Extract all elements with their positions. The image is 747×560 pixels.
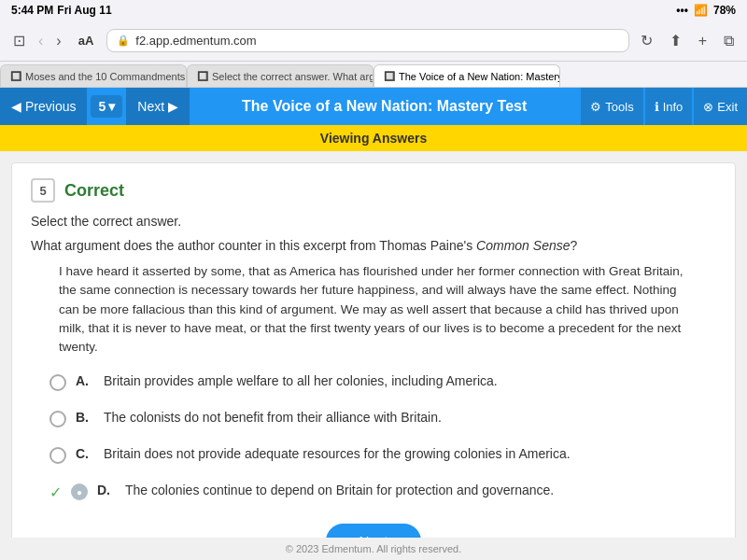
exit-label: Exit — [717, 100, 738, 114]
status-time: 5:44 PM Fri Aug 11 — [11, 4, 112, 17]
url-text: f2.app.edmentum.com — [135, 34, 256, 48]
browser-bar: ⊡ ‹ › aA 🔒 f2.app.edmentum.com ↻ ⬆ + ⧉ — [0, 21, 747, 62]
new-tab-button[interactable]: + — [695, 31, 711, 51]
forward-button[interactable]: › — [52, 31, 64, 51]
hint-icon: ● — [71, 483, 88, 500]
tab-favicon-3: 🔲 — [384, 71, 395, 81]
previous-button[interactable]: ◀ Previous — [0, 88, 87, 125]
radio-c[interactable] — [49, 447, 66, 464]
question-num: 5 — [98, 99, 106, 114]
tab-label-3: The Voice of a New Nation: Mastery Test — [399, 71, 560, 82]
option-b-label: B. — [76, 410, 94, 425]
answer-options: A. Britain provides ample welfare to all… — [49, 370, 698, 505]
browser-tabs: 🔲 Moses and the 10 Commandments 🔲 Select… — [0, 62, 747, 88]
question-text-before: What argument does the author counter in… — [31, 238, 476, 253]
share-button[interactable]: ⬆ — [666, 30, 685, 51]
question-selector[interactable]: 5 ▾ — [91, 95, 122, 118]
question-number: 5 — [31, 178, 55, 203]
info-label: Info — [663, 100, 684, 114]
wifi-icon: 📶 — [694, 4, 708, 17]
sidebar-toggle-button[interactable]: ⊡ — [9, 30, 29, 51]
option-c-text: Britain does not provide adequate resour… — [104, 446, 571, 461]
tools-label: Tools — [605, 100, 633, 114]
main-content: 5 Correct Select the correct answer. Wha… — [11, 162, 736, 558]
option-c-label: C. — [76, 446, 94, 461]
tools-icon: ⚙ — [590, 100, 601, 114]
next-nav-label: Next — [137, 99, 164, 114]
app-nav: ◀ Previous 5 ▾ Next ▶ The Voice of a New… — [0, 88, 747, 125]
lock-icon: 🔒 — [117, 35, 130, 47]
footer: © 2023 Edmentum. All rights reserved. — [0, 538, 747, 560]
tab-favicon-1: 🔲 — [10, 71, 21, 81]
radio-b[interactable] — [49, 411, 66, 427]
footer-text: © 2023 Edmentum. All rights reserved. — [286, 543, 461, 554]
option-d-text: The colonies continue to depend on Brita… — [125, 483, 554, 497]
battery: 78% — [713, 4, 736, 17]
option-d[interactable]: ✓ ● D. The colonies continue to depend o… — [49, 479, 698, 505]
tab-label-2: Select the correct answer. What argument… — [212, 71, 374, 82]
next-arrow-icon: ▶ — [168, 99, 178, 114]
option-a-label: A. — [76, 373, 94, 388]
dots-icon: ••• — [676, 4, 688, 17]
address-bar[interactable]: 🔒 f2.app.edmentum.com — [106, 29, 628, 52]
previous-label: Previous — [25, 99, 76, 114]
aa-button[interactable]: aA — [73, 32, 100, 49]
question-title-italic: Common Sense — [476, 238, 570, 253]
tab-favicon-2: 🔲 — [197, 71, 208, 81]
time: 5:44 PM — [11, 4, 53, 17]
viewing-answers-text: Viewing Answers — [320, 131, 427, 146]
back-button[interactable]: ‹ — [35, 31, 47, 51]
option-a-text: Britain provides ample welfare to all he… — [104, 373, 498, 388]
tabs-button[interactable]: ⧉ — [720, 31, 738, 51]
option-b-text: The colonists do not benefit from their … — [104, 410, 442, 425]
tab-mastery-test[interactable]: 🔲 The Voice of a New Nation: Mastery Tes… — [374, 64, 560, 87]
exit-icon: ⊗ — [703, 100, 713, 114]
tab-moses[interactable]: 🔲 Moses and the 10 Commandments — [0, 64, 187, 87]
browser-actions: ↻ ⬆ + ⧉ — [637, 30, 738, 51]
option-d-label: D. — [97, 483, 116, 497]
instruction: Select the correct answer. — [31, 214, 716, 229]
content-area: 5 Correct Select the correct answer. Wha… — [0, 151, 747, 558]
browser-controls: ⊡ ‹ › — [9, 30, 65, 51]
tab-label-1: Moses and the 10 Commandments — [25, 71, 185, 82]
reload-button[interactable]: ↻ — [637, 30, 656, 51]
viewing-answers-bar: Viewing Answers — [0, 125, 747, 151]
prev-arrow-icon: ◀ — [11, 99, 21, 114]
tab-select-answer[interactable]: 🔲 Select the correct answer. What argume… — [187, 64, 374, 87]
excerpt: I have heard it asserted by some, that a… — [59, 262, 688, 357]
next-nav-button[interactable]: Next ▶ — [126, 88, 190, 125]
question-header: 5 Correct — [31, 178, 716, 203]
exit-button[interactable]: ⊗ Exit — [694, 88, 747, 125]
date: Fri Aug 11 — [57, 4, 111, 17]
tools-button[interactable]: ⚙ Tools — [581, 88, 642, 125]
status-icons: ••• 📶 78% — [676, 4, 736, 17]
info-icon: ℹ — [655, 100, 659, 114]
dropdown-icon: ▾ — [108, 99, 115, 114]
checkmark-icon: ✓ — [49, 483, 62, 501]
option-b[interactable]: B. The colonists do not benefit from the… — [49, 406, 698, 431]
question-text: What argument does the author counter in… — [31, 238, 716, 253]
option-a[interactable]: A. Britain provides ample welfare to all… — [49, 370, 698, 395]
option-c[interactable]: C. Britain does not provide adequate res… — [49, 442, 698, 468]
question-text-end: ? — [571, 238, 578, 253]
status-bar: 5:44 PM Fri Aug 11 ••• 📶 78% — [0, 0, 747, 21]
radio-a[interactable] — [49, 374, 66, 391]
nav-tools: ⚙ Tools ℹ Info ⊗ Exit — [579, 88, 747, 125]
correct-label: Correct — [64, 181, 124, 201]
info-button[interactable]: ℹ Info — [645, 88, 693, 125]
nav-title: The Voice of a New Nation: Mastery Test — [190, 98, 579, 115]
